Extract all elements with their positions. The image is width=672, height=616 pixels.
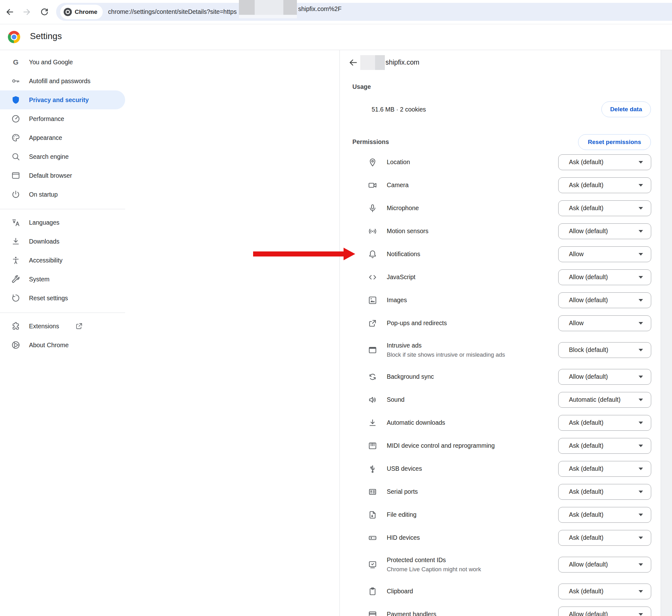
permission-select-background-sync[interactable]: Allow (default)	[558, 369, 651, 385]
file-edit-icon	[368, 510, 377, 520]
sidebar-item-label: Performance	[29, 115, 64, 123]
reset-permissions-button[interactable]: Reset permissions	[578, 134, 651, 150]
scrollbar-track[interactable]	[661, 50, 672, 616]
settings-sidebar: GYou and GoogleAutofill and passwordsPri…	[0, 50, 125, 354]
chevron-down-icon	[639, 613, 643, 616]
usage-summary: 51.6 MB · 2 cookies	[353, 106, 426, 113]
reset-icon	[11, 293, 20, 303]
permission-select-file-editing[interactable]: Ask (default)	[558, 507, 651, 523]
permission-select-payment-handlers[interactable]: Allow (default)	[558, 607, 651, 616]
usb-icon	[368, 464, 377, 474]
sidebar-item-default-browser[interactable]: Default browser	[0, 166, 125, 185]
sidebar-item-autofill-and-passwords[interactable]: Autofill and passwords	[0, 72, 125, 90]
permission-select-protected-content-ids[interactable]: Allow (default)	[558, 557, 651, 573]
settings-header: Settings Search settings	[0, 24, 672, 50]
sidebar-item-reset-settings[interactable]: Reset settings	[0, 289, 125, 308]
external-link-icon	[75, 322, 83, 330]
chevron-down-icon	[639, 253, 643, 256]
chevron-down-icon	[639, 349, 643, 351]
chrome-logo-icon	[8, 31, 20, 43]
back-arrow-icon[interactable]	[348, 57, 359, 68]
permission-select-value: Automatic (default)	[569, 396, 621, 403]
permission-label: Images	[387, 296, 407, 304]
sidebar-item-label: You and Google	[29, 59, 73, 66]
download-icon	[11, 237, 20, 246]
permission-select-sound[interactable]: Automatic (default)	[558, 392, 651, 408]
permission-select-javascript[interactable]: Allow (default)	[558, 269, 651, 285]
permission-row-clipboard: ClipboardAsk (default)	[340, 580, 661, 603]
permission-select-value: Ask (default)	[569, 158, 603, 166]
images-icon	[368, 296, 377, 305]
permission-row-microphone: MicrophoneAsk (default)	[340, 197, 661, 220]
sidebar-item-performance[interactable]: Performance	[0, 109, 125, 128]
sidebar-item-you-and-google[interactable]: GYou and Google	[0, 53, 125, 72]
microphone-icon	[368, 204, 377, 213]
permission-select-value: Allow (default)	[569, 561, 608, 568]
permission-select-intrusive-ads[interactable]: Block (default)	[558, 342, 651, 358]
permission-label: Camera	[387, 181, 409, 189]
palette-icon	[11, 133, 20, 142]
sidebar-item-label: Search engine	[29, 153, 69, 160]
sidebar-item-about-chrome[interactable]: About Chrome	[0, 336, 125, 354]
sidebar-item-label: Languages	[29, 219, 60, 226]
sidebar-item-label: Downloads	[29, 238, 59, 245]
permission-row-notifications: NotificationsAllow	[340, 243, 661, 266]
permission-select-value: Ask (default)	[569, 511, 603, 518]
permission-select-value: Allow (default)	[569, 296, 608, 304]
address-bar[interactable]: Chrome chrome://settings/content/siteDet…	[56, 3, 672, 21]
chevron-down-icon	[639, 445, 643, 447]
permission-row-usb-devices: USB devicesAsk (default)	[340, 457, 661, 480]
permission-select-notifications[interactable]: Allow	[558, 246, 651, 262]
sidebar-item-search-engine[interactable]: Search engine	[0, 147, 125, 166]
permission-select-location[interactable]: Ask (default)	[558, 154, 651, 170]
sidebar-item-label: Autofill and passwords	[29, 78, 90, 85]
permission-label: Intrusive ads	[387, 342, 505, 349]
permission-label: MIDI device control and reprogramming	[387, 442, 495, 449]
permission-select-midi-device-control-and-reprogramming[interactable]: Ask (default)	[558, 438, 651, 454]
permission-select-value: Allow (default)	[569, 227, 608, 235]
reload-icon[interactable]	[37, 5, 52, 19]
clipboard-icon	[368, 587, 377, 596]
permission-select-clipboard[interactable]: Ask (default)	[558, 584, 651, 599]
sidebar-item-appearance[interactable]: Appearance	[0, 128, 125, 147]
permission-select-camera[interactable]: Ask (default)	[558, 177, 651, 193]
sidebar-item-extensions[interactable]: Extensions	[0, 317, 125, 336]
permission-label: Protected content IDs	[387, 556, 481, 564]
site-details-panel: shipfix.com Usage 51.6 MB · 2 cookies De…	[340, 50, 661, 616]
sidebar-item-system[interactable]: System	[0, 270, 125, 289]
permission-row-images: ImagesAllow (default)	[340, 289, 661, 312]
permission-select-images[interactable]: Allow (default)	[558, 292, 651, 308]
permission-sublabel: Chrome Live Caption might not work	[387, 566, 481, 573]
sound-icon	[368, 395, 377, 405]
permission-select-value: Ask (default)	[569, 204, 603, 212]
permission-select-usb-devices[interactable]: Ask (default)	[558, 461, 651, 477]
chevron-down-icon	[639, 299, 643, 302]
permission-row-midi-device-control-and-reprogramming: MIDI device control and reprogrammingAsk…	[340, 434, 661, 457]
speedometer-icon	[11, 114, 20, 124]
url-redaction-strip	[239, 15, 297, 18]
permission-select-microphone[interactable]: Ask (default)	[558, 200, 651, 216]
permission-select-pop-ups-and-redirects[interactable]: Allow	[558, 315, 651, 331]
page-title: Settings	[30, 31, 62, 41]
back-icon[interactable]	[3, 5, 17, 19]
forward-icon[interactable]	[20, 5, 34, 19]
permission-row-background-sync: Background syncAllow (default)	[340, 365, 661, 388]
sidebar-item-privacy-and-security[interactable]: Privacy and security	[0, 90, 125, 109]
sidebar-item-on-startup[interactable]: On startup	[0, 185, 125, 204]
permission-select-value: Allow (default)	[569, 373, 608, 380]
permission-row-hid-devices: HID devicesAsk (default)	[340, 526, 661, 549]
sidebar-item-languages[interactable]: Languages	[0, 213, 125, 232]
payment-icon	[368, 610, 377, 616]
sidebar-item-downloads[interactable]: Downloads	[0, 232, 125, 251]
hid-icon	[368, 533, 377, 543]
sidebar-item-accessibility[interactable]: Accessibility	[0, 251, 125, 270]
permission-select-automatic-downloads[interactable]: Ask (default)	[558, 415, 651, 431]
shield-icon	[11, 95, 20, 105]
permission-select-motion-sensors[interactable]: Allow (default)	[558, 223, 651, 239]
delete-data-button[interactable]: Delete data	[601, 101, 651, 117]
chip-label: Chrome	[75, 9, 97, 15]
permission-select-serial-ports[interactable]: Ask (default)	[558, 484, 651, 500]
usage-row: 51.6 MB · 2 cookies Delete data	[353, 101, 651, 117]
chrome-site-chip[interactable]: Chrome	[60, 5, 103, 19]
permission-select-hid-devices[interactable]: Ask (default)	[558, 530, 651, 546]
